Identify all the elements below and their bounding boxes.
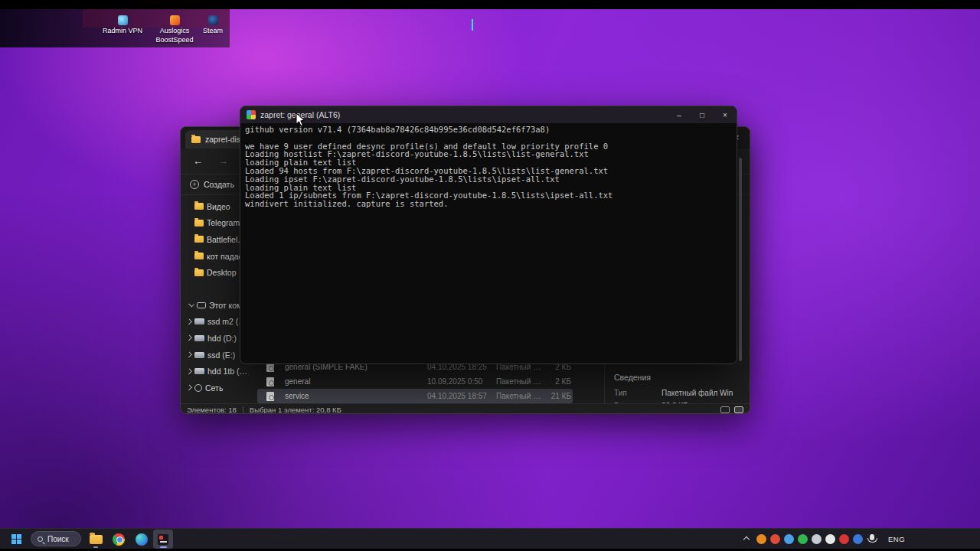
drive-icon — [194, 318, 204, 324]
details-type-label: Тип — [614, 389, 662, 397]
sidebar-item-label: Сеть — [205, 383, 223, 393]
file-name: general — [285, 377, 427, 386]
file-size: 2 КБ — [545, 377, 571, 386]
view-toggle-group — [720, 406, 743, 413]
taskbar-search[interactable]: Поиск — [31, 531, 81, 546]
desktop-icon-label: Auslogics — [160, 27, 190, 34]
desktop-icon-label: Steam — [203, 27, 223, 34]
chevron-right-icon[interactable] — [186, 385, 192, 391]
console-app-icon — [247, 110, 256, 119]
radmin-vpn-icon — [118, 15, 128, 25]
close-button[interactable]: × — [714, 106, 737, 123]
search-icon — [38, 536, 43, 542]
console-line: windivert initialized. capture is starte… — [245, 200, 737, 208]
chevron-right-icon[interactable] — [186, 352, 192, 358]
start-button[interactable] — [6, 530, 26, 548]
console-titlebar[interactable]: zapret: general (ALT6) – □ × — [240, 106, 737, 123]
file-row-selected[interactable]: service 04.10.2025 18:57 Пакетный файл W… — [257, 389, 573, 403]
file-size: 21 КБ — [545, 392, 571, 400]
sidebar-item-label: hdd (D:) — [207, 334, 237, 343]
file-type: Пакетный файл Windows — [496, 392, 545, 400]
tray-icons — [756, 534, 863, 544]
details-size-value: 20,8 КБ — [662, 402, 733, 403]
explorer-scrollbar[interactable] — [739, 158, 742, 361]
details-view-icon[interactable] — [720, 406, 730, 413]
explorer-statusbar: Элементов: 18 Выбран 1 элемент: 20,8 КБ — [181, 403, 750, 414]
forward-button[interactable]: → — [218, 155, 228, 167]
language-indicator[interactable]: ENG — [888, 535, 905, 543]
maximize-button[interactable]: □ — [691, 106, 714, 123]
details-size-row: Размер 20,8 КБ — [614, 402, 733, 403]
taskbar-chrome-button[interactable] — [109, 530, 129, 549]
desktop-icon-label: Radmin VPN — [103, 27, 142, 34]
details-size-label: Размер — [614, 402, 662, 403]
console-window: zapret: general (ALT6) – □ × github vers… — [240, 106, 737, 364]
items-count: Элементов: 18 — [187, 406, 237, 414]
drive-icon — [194, 335, 204, 341]
console-line: Loading ipset F:\zapret-discord-youtube-… — [245, 175, 737, 184]
cursor-caret-artifact — [472, 19, 473, 31]
thumbnail-view-icon[interactable] — [734, 406, 743, 413]
chevron-right-icon[interactable] — [186, 318, 192, 324]
chevron-right-icon[interactable] — [186, 335, 192, 341]
tray-icon[interactable] — [839, 534, 849, 544]
batch-file-icon — [266, 392, 274, 401]
steam-icon — [208, 15, 218, 25]
details-header: Сведения — [614, 373, 733, 382]
minimize-button[interactable]: – — [668, 106, 691, 123]
chevron-down-icon[interactable] — [188, 301, 194, 307]
tray-icon[interactable] — [825, 534, 835, 544]
console-title: zapret: general (ALT6) — [260, 110, 663, 119]
network-icon — [194, 384, 202, 392]
taskbar-edge-button[interactable] — [132, 530, 152, 549]
folder-icon — [194, 236, 204, 243]
tray-icon[interactable] — [812, 534, 822, 544]
sidebar-item-label: ssd (E:) — [207, 350, 235, 360]
file-date: 04.10.2025 18:57 — [427, 392, 496, 400]
tray-icon[interactable] — [756, 534, 766, 544]
tray-icon[interactable] — [798, 534, 808, 544]
console-line: github version v71.4 (7364bab8a78426c84b… — [245, 126, 737, 134]
folder-icon — [194, 220, 204, 227]
drive-icon — [194, 368, 204, 374]
chrome-icon — [113, 533, 125, 546]
microphone-tray-icon[interactable] — [870, 534, 874, 540]
chevron-right-icon[interactable] — [186, 368, 192, 374]
desktop-icon-label-line2: BoostSpeed — [155, 36, 193, 44]
desktop-icon-steam[interactable]: Steam — [188, 15, 237, 34]
sidebar-item-label: hdd 1tb (F:) — [207, 367, 249, 376]
console-line — [245, 134, 737, 142]
zapret-console-icon — [157, 533, 169, 546]
windows-logo-icon — [11, 534, 21, 544]
auslogics-icon — [170, 15, 180, 25]
drive-icon — [194, 352, 204, 358]
tray-icon[interactable] — [770, 534, 780, 544]
sidebar-item-drive-f[interactable]: hdd 1tb (F:) — [181, 363, 254, 380]
tray-icon[interactable] — [853, 534, 863, 544]
file-row[interactable]: general 10.09.2025 0:50 Пакетный файл Wi… — [257, 374, 573, 389]
tray-expand-icon[interactable] — [743, 536, 750, 543]
folder-icon — [194, 203, 204, 210]
status-divider — [243, 406, 243, 413]
screen: Radmin VPN Auslogics BoostSpeed Steam za… — [0, 0, 980, 551]
tray-icon[interactable] — [784, 534, 794, 544]
folder-icon — [191, 136, 201, 143]
back-button[interactable]: ← — [193, 155, 203, 167]
folder-icon — [194, 269, 204, 276]
create-button[interactable]: Создать — [204, 180, 234, 189]
mouse-cursor — [296, 112, 305, 127]
plus-icon: + — [190, 180, 199, 189]
folder-icon — [194, 253, 204, 259]
file-name: service — [285, 392, 427, 400]
sidebar-item-network[interactable]: Сеть — [181, 380, 254, 396]
file-type: Пакетный файл Windows — [496, 377, 545, 386]
edge-icon — [136, 533, 148, 546]
active-running-indicator — [160, 546, 167, 549]
file-explorer-icon — [90, 535, 103, 544]
file-date: 10.09.2025 0:50 — [427, 377, 496, 386]
sidebar-item-label: Видео — [207, 202, 230, 211]
desktop-icon-radmin-vpn[interactable]: Radmin VPN — [98, 15, 147, 34]
console-output: github version v71.4 (7364bab8a78426c84b… — [240, 123, 737, 208]
selection-info: Выбран 1 элемент: 20,8 КБ — [250, 406, 341, 414]
running-indicator — [93, 546, 98, 549]
